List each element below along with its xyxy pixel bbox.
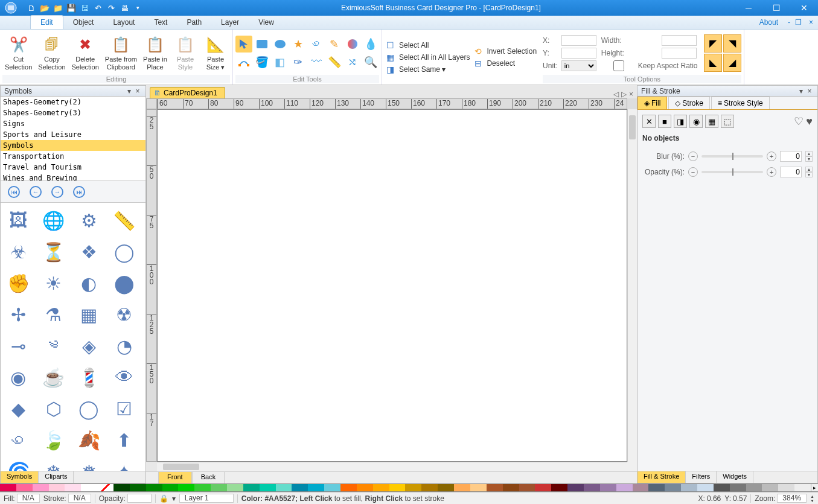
symbol-category-list[interactable]: Shapes-Geometry(2)Shapes-Geometry(3)Sign…: [1, 97, 145, 181]
panel-close-icon[interactable]: ×: [805, 87, 814, 95]
select-tool[interactable]: [235, 36, 252, 53]
redo-icon[interactable]: ↷: [106, 3, 116, 13]
about-link[interactable]: About: [752, 16, 785, 29]
aspect-ratio-checkbox[interactable]: Keep Aspect Ratio: [601, 60, 698, 71]
color-swatch[interactable]: [389, 484, 406, 491]
symbol-item[interactable]: ◈: [76, 333, 101, 359]
blur-track[interactable]: [701, 155, 763, 158]
color-swatch[interactable]: [762, 484, 778, 491]
color-swatch[interactable]: [454, 484, 470, 491]
pencil-tool[interactable]: ✎: [326, 36, 343, 53]
paste-from-clipboard-button[interactable]: 📋Paste fromClipboard: [103, 34, 139, 71]
tab-view[interactable]: View: [249, 16, 284, 29]
paste-style-button[interactable]: 📋PasteStyle: [171, 34, 200, 71]
status-zoom-value[interactable]: 384%: [777, 494, 807, 503]
nav-next-icon[interactable]: →: [51, 186, 63, 198]
color-swatch[interactable]: [49, 484, 65, 491]
y-input[interactable]: [561, 48, 596, 59]
color-swatch[interactable]: [308, 484, 324, 491]
panel-dropdown-icon[interactable]: ▾: [125, 87, 133, 95]
tab-stroke[interactable]: ◇Stroke: [668, 97, 710, 109]
symbol-item[interactable]: ☣: [5, 239, 31, 264]
ellipse-tool[interactable]: [272, 36, 289, 53]
tab-path[interactable]: Path: [177, 16, 211, 29]
symbol-item[interactable]: ☕: [41, 365, 66, 390]
color-swatch[interactable]: [340, 484, 357, 491]
color-swatch[interactable]: [794, 484, 811, 491]
category-item[interactable]: Shapes-Geometry(3): [1, 107, 145, 118]
select-all-button[interactable]: ☐Select All: [386, 40, 470, 50]
symbol-item[interactable]: ◆: [5, 396, 31, 421]
symbol-item[interactable]: ❄: [41, 459, 66, 471]
zoom-down-icon[interactable]: ▼: [810, 499, 814, 503]
blur-minus-button[interactable]: −: [688, 152, 698, 161]
paint-tool[interactable]: 🪣: [254, 54, 270, 71]
nav-first-icon[interactable]: ⏮: [8, 186, 20, 198]
symbol-item[interactable]: ◉: [5, 365, 31, 390]
star-tool[interactable]: ★: [290, 36, 307, 53]
color-swatch[interactable]: [487, 484, 503, 491]
color-swatch[interactable]: [194, 484, 211, 491]
symbol-item[interactable]: ☢: [112, 302, 137, 327]
symbol-item[interactable]: 🍃: [41, 427, 66, 453]
mdi-close-icon[interactable]: ×: [804, 16, 818, 29]
color-swatch[interactable]: [65, 484, 81, 491]
color-swatch[interactable]: [633, 484, 649, 491]
tab-nav-right-icon[interactable]: ▷: [621, 90, 627, 98]
close-button[interactable]: ✕: [790, 0, 818, 16]
color-swatch[interactable]: [162, 484, 179, 491]
symbol-item[interactable]: ◯: [112, 239, 137, 264]
linear-gradient-button[interactable]: ◨: [674, 115, 687, 128]
layer-dropdown-icon[interactable]: ▾: [172, 494, 176, 503]
color-swatch[interactable]: [130, 484, 146, 491]
symbol-item[interactable]: ❅: [76, 459, 101, 471]
color-swatch[interactable]: [97, 484, 113, 491]
height-input[interactable]: [662, 48, 697, 59]
symbol-item[interactable]: ❖: [76, 239, 101, 264]
mdi-minimize-icon[interactable]: -: [785, 16, 793, 29]
symbol-item[interactable]: 🍂: [76, 427, 101, 453]
color-swatch[interactable]: [600, 484, 616, 491]
mdi-restore-icon[interactable]: ❐: [793, 16, 804, 29]
opacity-minus-button[interactable]: −: [688, 167, 698, 177]
invert-selection-button[interactable]: ⟲Invert Selection: [473, 46, 537, 56]
symbol-item[interactable]: 📏: [112, 208, 137, 233]
tab-back[interactable]: Back: [192, 471, 225, 483]
color-swatch[interactable]: [714, 484, 730, 491]
color-swatch[interactable]: [681, 484, 697, 491]
symbol-item[interactable]: ⊸: [5, 333, 31, 359]
blur-up-icon[interactable]: ▲: [805, 151, 813, 156]
symbol-grid[interactable]: 🖼🌐⚙📏☣⏳❖◯✊☀◐⬤✢⚗▦☢⊸༄◈◔◉☕💈👁◆⬡◯☑꩜🍃🍂⬆🌀❄❅✦: [1, 203, 145, 471]
nav-prev-icon[interactable]: ←: [30, 186, 42, 198]
category-item[interactable]: Transportation: [1, 151, 145, 162]
tab-front[interactable]: Front: [158, 471, 192, 483]
tab-nav-left-icon[interactable]: ◁: [613, 90, 619, 98]
measure-tool[interactable]: 📏: [326, 54, 343, 71]
color-swatch[interactable]: [519, 484, 535, 491]
blur-down-icon[interactable]: ▼: [805, 156, 813, 162]
panel-dropdown-icon[interactable]: ▾: [797, 87, 805, 95]
symbol-item[interactable]: ꩜: [5, 427, 31, 453]
symbol-item[interactable]: 💈: [76, 365, 101, 390]
select-all-layers-button[interactable]: ▦Select All in All Layers: [386, 53, 470, 62]
color-swatch[interactable]: [778, 484, 794, 491]
opacity-up-icon[interactable]: ▲: [805, 167, 813, 172]
tab-layout[interactable]: Layout: [103, 16, 144, 29]
color-swatch[interactable]: [648, 484, 665, 491]
new-icon[interactable]: 🗋: [27, 3, 36, 13]
save-as-icon[interactable]: 🖫: [80, 3, 89, 13]
category-item[interactable]: Travel and Tourism: [1, 162, 145, 173]
color-swatch[interactable]: [584, 484, 600, 491]
symbol-item[interactable]: ✊: [5, 270, 31, 296]
calligraphy-tool[interactable]: 〰: [308, 54, 325, 71]
symbol-item[interactable]: ☀: [41, 270, 66, 296]
paste-size-button[interactable]: 📐PasteSize ▾: [201, 34, 230, 71]
symbol-item[interactable]: 🌐: [41, 208, 66, 233]
tab-cliparts[interactable]: Cliparts: [39, 471, 74, 483]
delete-button[interactable]: ✖DeleteSelection: [69, 34, 101, 71]
eraser-tool[interactable]: ◧: [272, 54, 289, 71]
folder-icon[interactable]: 📁: [53, 3, 63, 13]
color-swatch[interactable]: [113, 484, 130, 491]
color-swatch[interactable]: [178, 484, 194, 491]
vertical-scrollbar[interactable]: [627, 109, 637, 462]
